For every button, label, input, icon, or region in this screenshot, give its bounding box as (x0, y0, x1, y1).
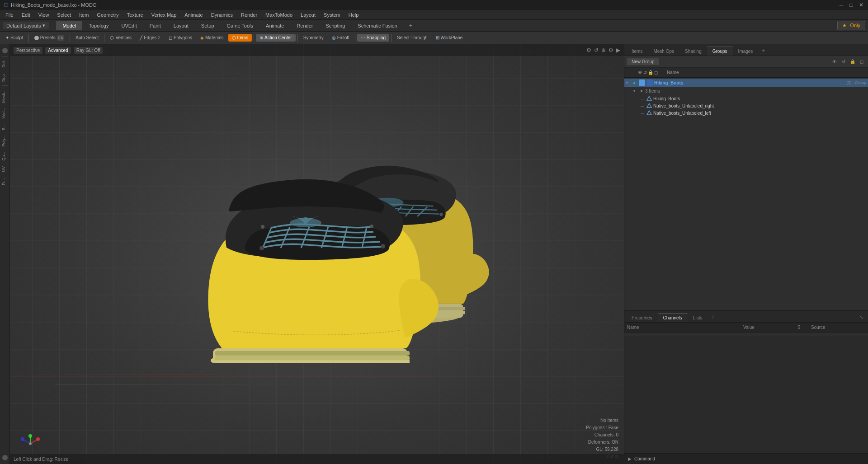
close-button[interactable]: ✕ (858, 2, 864, 8)
name-col-header: Name (627, 325, 743, 330)
menu-item-item[interactable]: Item (75, 11, 92, 19)
workplane-button[interactable]: ⊞ WorkPlane (432, 34, 467, 42)
layout-tab-game-tools[interactable]: Game Tools (221, 21, 260, 30)
layout-tab-model[interactable]: Model (56, 21, 82, 30)
layout-tab-scripting[interactable]: Scripting (320, 21, 352, 30)
viewport-zoom-icon[interactable]: ⊕ (601, 47, 606, 53)
command-arrow[interactable]: ▶ (628, 456, 632, 461)
vertices-button[interactable]: ⬡ Vertices (106, 34, 135, 42)
groups-panel: New Group 👁 ↺ 🔒 ◻ 👁 ↺ 🔒 ◻ Name (624, 56, 868, 310)
layout-tab-topology[interactable]: Topology (82, 21, 115, 30)
symmetry-button[interactable]: Symmetry (300, 34, 327, 42)
materials-button[interactable]: ◈ Materials (197, 34, 227, 42)
viewport-rotate-icon[interactable]: ↺ (594, 47, 599, 53)
menu-item-edit[interactable]: Edit (18, 11, 34, 19)
groups-lock-icon[interactable]: 🔒 (849, 58, 856, 66)
menu-item-animate[interactable]: Animate (181, 11, 206, 19)
falloff-button[interactable]: ◎ Falloff (328, 34, 353, 42)
edges-button[interactable]: ╱ Edges 2 (136, 34, 164, 42)
channels-tab[interactable]: Channels (658, 313, 688, 322)
menu-item-render[interactable]: Render (237, 11, 261, 19)
menu-item-file[interactable]: File (2, 11, 17, 19)
layout-tab-paint[interactable]: Paint (143, 21, 167, 30)
svg-point-26 (290, 218, 321, 227)
sidebar-bottom-btn[interactable] (2, 455, 8, 460)
perspective-dropdown[interactable]: Perspective (14, 47, 42, 54)
polygons-button[interactable]: ◻ Polygons (165, 34, 196, 42)
left-sidebar: Def. Dup. Mesh... Vert... E... Poly... Q… (0, 44, 10, 464)
layout-tab-animate[interactable]: Animate (259, 21, 290, 30)
menu-item-view[interactable]: View (35, 11, 53, 19)
sculpt-button[interactable]: ✦ Sculpt (2, 34, 27, 42)
default-layouts-dropdown[interactable]: Default Layouts ▾ (3, 22, 49, 29)
auto-select-button[interactable]: Auto Select (72, 34, 102, 42)
sidebar-toggle[interactable] (2, 48, 8, 53)
menu-item-vertex-map[interactable]: Vertex Map (148, 11, 180, 19)
snapping-button[interactable]: ⋯ Snapping (357, 34, 389, 42)
viewport-settings-icon[interactable]: ⚙ (586, 47, 591, 53)
svg-point-11 (439, 213, 443, 216)
expand-icon: ▾ (626, 81, 631, 85)
sidebar-item-poly[interactable]: Poly... (0, 133, 9, 149)
sidebar-item-qu[interactable]: Qu... (0, 149, 9, 164)
minimize-button[interactable]: ─ (838, 2, 844, 8)
native-boots-left-row[interactable]: — Native_boots_Unlabeled_left (624, 109, 868, 117)
menu-item-texture[interactable]: Texture (123, 11, 147, 19)
hiking-boots-mesh-row[interactable]: — Hiking_Boots (624, 95, 868, 102)
titlebar-controls[interactable]: ─ □ ✕ (838, 2, 864, 8)
menu-item-help[interactable]: Help (345, 11, 363, 19)
new-group-button[interactable]: New Group (627, 58, 659, 65)
add-layout-button[interactable]: + (406, 21, 416, 31)
menu-item-geometry[interactable]: Geometry (93, 11, 122, 19)
viewport-camera-icon[interactable]: ⚙ (609, 47, 613, 53)
rp-tab-shading[interactable]: Shading (679, 47, 707, 56)
maximize-button[interactable]: □ (848, 2, 854, 8)
rp-tab-items[interactable]: Items (626, 47, 648, 56)
action-center-button[interactable]: ⊕ Action Center (256, 34, 296, 42)
menu-item-system[interactable]: System (320, 11, 344, 19)
only-button[interactable]: ★ Only (837, 21, 865, 30)
native-boots-right-row[interactable]: — Native_boots_Unlabeled_right (624, 102, 868, 109)
expand-panel-button[interactable]: ⤡ (857, 313, 866, 322)
items-button[interactable]: ⬡ Items (228, 34, 252, 42)
add-rp-tab-button[interactable]: + (758, 46, 769, 56)
sidebar-item-vert[interactable]: Vert... (0, 105, 9, 122)
lists-tab[interactable]: Lists (688, 314, 708, 322)
properties-tab[interactable]: Properties (626, 314, 658, 322)
layout-tab-setup[interactable]: Setup (195, 21, 221, 30)
viewport-more-icon[interactable]: ▶ (616, 47, 620, 53)
svg-point-33 (36, 437, 40, 441)
presets-button[interactable]: Presets F6 (31, 34, 68, 42)
menu-item-maxtomodo[interactable]: MaxToModo (262, 11, 296, 19)
rp-tab-images[interactable]: Images (733, 47, 759, 56)
menu-item-dynamics[interactable]: Dynamics (208, 11, 236, 19)
groups-history-icon[interactable]: ↺ (840, 58, 847, 66)
mesh-icon-left (646, 110, 652, 116)
menu-item-layout[interactable]: Layout (297, 11, 319, 19)
layout-tab-render[interactable]: Render (290, 21, 319, 30)
layout-tab-layout[interactable]: Layout (167, 21, 195, 30)
rp-tab-mesh-ops[interactable]: Mesh Ops (648, 47, 679, 56)
rp-tab-groups[interactable]: Groups (707, 47, 733, 56)
sidebar-item-mesh[interactable]: Mesh... (0, 87, 9, 106)
eye-icon[interactable]: ● (631, 79, 638, 86)
add-tab-button[interactable]: + (708, 312, 718, 322)
viewport[interactable]: Perspective Advanced Ray GL: Off ⚙ ↺ ⊕ ⚙… (10, 44, 624, 464)
items-folder-row[interactable]: ▾ ● 3 Items (624, 87, 868, 95)
advanced-shading-button[interactable]: Advanced (45, 47, 71, 54)
groups-visible-icon[interactable]: ◻ (858, 58, 865, 66)
hiking-boots-group-row[interactable]: ▾ ● Hiking_Boots (2) : Group (624, 79, 868, 87)
toolbar-separator-6 (355, 34, 355, 42)
select-through-button[interactable]: Select Through (393, 34, 431, 42)
layout-tab-schematic-fusion[interactable]: Schematic Fusion (351, 21, 403, 30)
groups-eye-icon[interactable]: 👁 (831, 58, 838, 66)
sidebar-item-fu[interactable]: Fu... (0, 174, 9, 188)
sidebar-item-dup[interactable]: Dup. (0, 70, 9, 84)
menu-item-select[interactable]: Select (53, 11, 75, 19)
command-input[interactable]: Command (634, 456, 864, 461)
layout-tab-uvedit[interactable]: UVEdit (115, 21, 143, 30)
sidebar-item-uv[interactable]: UV (0, 164, 9, 175)
ray-gl-toggle[interactable]: Ray GL: Off (74, 47, 103, 54)
sidebar-item-def[interactable]: Def. (0, 57, 9, 70)
sidebar-item-e[interactable]: E... (0, 122, 9, 133)
